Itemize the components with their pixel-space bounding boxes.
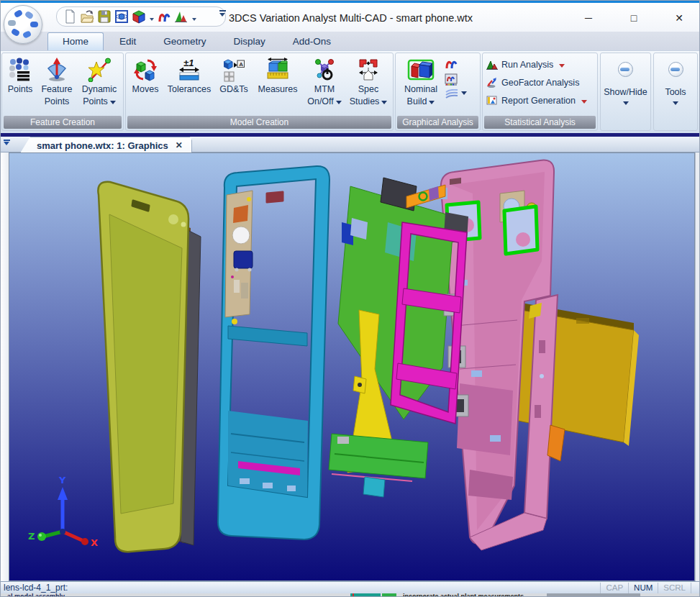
points-button[interactable]: Points xyxy=(4,55,37,108)
report-generation-icon xyxy=(486,95,498,106)
background-color-fragment xyxy=(353,593,354,597)
x-axis-label: X xyxy=(91,537,98,548)
logo-dot xyxy=(14,9,24,18)
svg-text:±1: ±1 xyxy=(183,58,194,68)
chevron-down-icon[interactable] xyxy=(150,18,154,23)
fit-view-icon[interactable] xyxy=(114,9,129,24)
tab-geometry[interactable]: Geometry xyxy=(152,33,217,50)
3d-scene[interactable]: Y X Z xyxy=(9,153,694,580)
nominal-build-icon xyxy=(407,56,435,83)
background-color-fragment xyxy=(382,593,396,597)
y-axis-label: Y xyxy=(58,475,66,486)
qat-customize-icon[interactable] xyxy=(218,10,227,20)
colored-cube-icon[interactable] xyxy=(132,9,146,24)
graphics-viewport[interactable]: Y X Z xyxy=(9,152,695,581)
chevron-down-icon xyxy=(559,64,565,70)
logo-dot xyxy=(22,30,32,39)
save-icon[interactable] xyxy=(97,9,112,24)
whisker-plot-icon[interactable] xyxy=(445,89,459,99)
resize-grip[interactable] xyxy=(691,583,700,593)
tools-button[interactable]: Tools xyxy=(653,53,698,131)
chevron-down-icon xyxy=(623,101,629,108)
num-lock-indicator: NUM xyxy=(628,583,658,593)
tab-edit[interactable]: Edit xyxy=(108,33,147,50)
color-contour-icon[interactable] xyxy=(445,73,458,86)
tolerances-icon: ±1 xyxy=(177,58,201,82)
logo-dot xyxy=(11,28,21,37)
dynamic-points-icon xyxy=(87,58,112,82)
ribbon: Points Feature Points Dyna xyxy=(0,50,700,134)
chevron-down-icon[interactable] xyxy=(461,91,467,98)
status-bar: lens-lcd-4_1_prt: CAP NUM SCRL xyxy=(0,581,700,593)
group-graphical-analysis: Nominal Build Graphical Analysis xyxy=(395,53,481,131)
chevron-down-icon xyxy=(429,101,435,107)
gdts-icon: A xyxy=(222,58,246,82)
show-hide-button[interactable]: Show/Hide xyxy=(600,53,651,131)
moves-button[interactable]: Moves xyxy=(127,55,163,108)
tab-add-ons[interactable]: Add-Ons xyxy=(281,33,342,50)
measures-icon xyxy=(265,58,290,82)
caps-lock-indicator: CAP xyxy=(600,583,628,593)
gdts-button[interactable]: A GD&Ts xyxy=(215,55,253,108)
logo-dot xyxy=(8,20,16,26)
scroll-lock-indicator: SCRL xyxy=(658,583,691,593)
minimize-button[interactable]: ─ xyxy=(570,9,607,27)
status-message: lens-lcd-4_1_prt: xyxy=(0,583,600,593)
window-title: 3DCS Variation Analyst Multi-CAD - smart… xyxy=(229,12,473,24)
camera-hole xyxy=(168,214,178,224)
group-caption: Feature Creation xyxy=(4,116,122,129)
svg-text:A: A xyxy=(239,61,243,68)
geofactor-analysis-button[interactable]: GeoFactor Analysis xyxy=(483,73,597,91)
chevron-down-icon xyxy=(381,101,387,107)
histogram-icon[interactable] xyxy=(174,9,188,24)
spec-studies-icon xyxy=(356,58,381,82)
background-window-sliver: al model assembly. incorporate actual pl… xyxy=(0,593,700,597)
sphere-icon xyxy=(668,62,683,77)
feature-points-button[interactable]: Feature Points xyxy=(37,55,77,108)
spec-studies-button[interactable]: Spec Studies xyxy=(346,55,391,108)
group-caption: Statistical Analysis xyxy=(484,116,596,129)
report-generation-button[interactable]: Report Generation xyxy=(483,91,597,109)
run-analysis-icon xyxy=(486,59,498,70)
run-analysis-button[interactable]: Run Analysis xyxy=(483,55,597,73)
dynamic-points-button[interactable]: Dynamic Points xyxy=(77,55,122,108)
tab-list-icon[interactable] xyxy=(2,140,11,150)
group-statistical-analysis: Run Analysis GeoFactor Analysis Report G… xyxy=(482,53,598,131)
new-document-icon[interactable] xyxy=(63,9,77,24)
tab-close-icon[interactable]: ✕ xyxy=(176,140,183,150)
chevron-down-icon xyxy=(673,101,678,108)
window-right-edge xyxy=(695,152,700,581)
points-label: Points xyxy=(8,83,33,96)
maximize-button[interactable]: □ xyxy=(615,9,653,27)
geofactor-icon xyxy=(486,77,498,88)
tolerances-button[interactable]: ±1 Tolerances xyxy=(163,55,215,108)
quick-access-toolbar xyxy=(56,6,226,27)
open-file-icon[interactable] xyxy=(80,9,94,24)
background-text-fragment: al model assembly. xyxy=(7,593,66,597)
moves-icon xyxy=(133,58,158,82)
logo-dot xyxy=(24,11,35,20)
z-axis-label: Z xyxy=(28,531,35,542)
chevron-down-icon xyxy=(581,100,587,106)
group-caption: Model Creation xyxy=(127,116,391,129)
chevron-down-icon xyxy=(110,101,116,107)
camera-window xyxy=(504,206,537,254)
document-tab-label: smart phone.wtx: 1: Graphics xyxy=(37,140,168,151)
tab-home[interactable]: Home xyxy=(47,32,104,50)
mtm-on-off-button[interactable]: MTM On/Off xyxy=(303,55,346,108)
animate-icon[interactable] xyxy=(157,9,171,24)
application-menu-button[interactable] xyxy=(4,5,42,44)
document-tab[interactable]: smart phone.wtx: 1: Graphics ✕ xyxy=(20,137,192,153)
feature-points-icon xyxy=(45,58,69,82)
tab-display[interactable]: Display xyxy=(222,33,277,50)
nominal-build-button[interactable]: Nominal Build xyxy=(397,55,445,108)
deviation-icon[interactable] xyxy=(445,58,458,70)
chevron-down-icon[interactable] xyxy=(192,18,196,23)
logo-dot xyxy=(30,22,38,27)
document-tab-bar: smart phone.wtx: 1: Graphics ✕ xyxy=(0,137,700,152)
sphere-icon xyxy=(618,62,633,77)
close-button[interactable]: ✕ xyxy=(660,9,698,27)
points-icon xyxy=(8,58,32,82)
ribbon-tab-bar: Home Edit Geometry Display Add-Ons xyxy=(0,32,700,50)
measures-button[interactable]: Measures xyxy=(253,55,303,108)
